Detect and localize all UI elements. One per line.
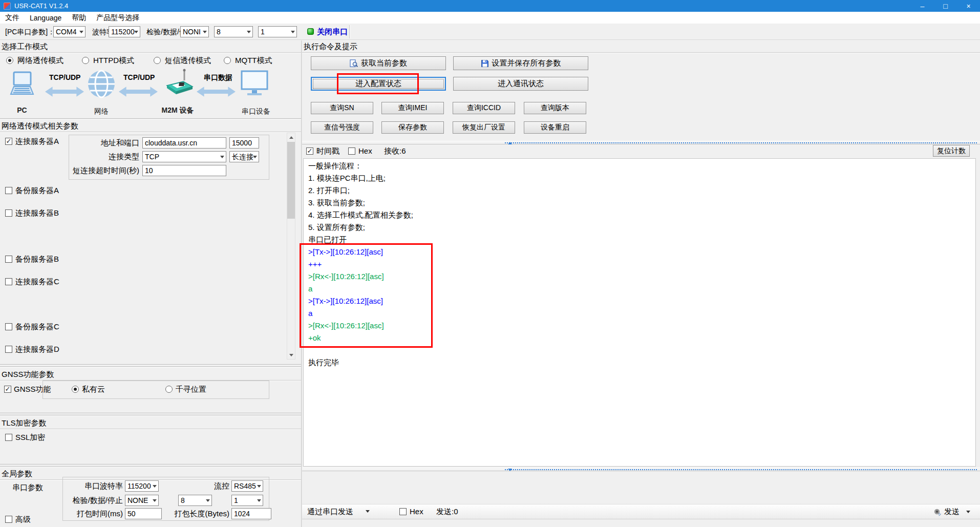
packlen-input[interactable]: 1024	[231, 508, 271, 519]
send-button[interactable]: 发送	[944, 507, 960, 517]
magnifier-doc-icon	[350, 59, 358, 68]
reset-count-button[interactable]: 复位计数	[933, 145, 970, 157]
timestamp-checkbox[interactable]: ✓	[306, 147, 313, 155]
timestamp-label: 时间戳	[316, 146, 339, 156]
link-label: TCP/UDP	[49, 73, 80, 81]
serial-databits-select[interactable]: 8	[178, 495, 212, 506]
set-save-params-button[interactable]: 设置并保存所有参数	[453, 56, 588, 70]
serial-parity-select[interactable]: NONE	[125, 495, 159, 506]
recv-hex-checkbox[interactable]: ✓	[348, 147, 355, 155]
close-button[interactable]: ×	[957, 0, 980, 12]
divider	[0, 364, 301, 365]
log-line: 4. 选择工作模式,配置相关参数;	[308, 210, 975, 223]
splitter-handle[interactable]	[302, 141, 980, 144]
work-mode-label[interactable]: MQTT模式	[235, 56, 272, 66]
gnss-option-label: 私有云	[82, 385, 105, 394]
get-params-button[interactable]: 获取当前参数	[311, 56, 446, 70]
net-params-title: 网络透传模式相关参数	[0, 120, 301, 132]
server-b-checkbox[interactable]: ✓	[5, 209, 12, 217]
work-mode-radio-mqtt[interactable]	[224, 57, 231, 64]
menu-item-file[interactable]: 文件	[0, 13, 25, 23]
scroll-down-button[interactable]	[287, 351, 295, 359]
server-d-checkbox[interactable]: ✓	[5, 346, 12, 353]
recv-count: 接收:6	[384, 146, 406, 156]
short-conn-timeout-input[interactable]: 10	[142, 165, 226, 176]
keepalive-select[interactable]: 长连接	[229, 151, 259, 162]
backup-server-b-checkbox[interactable]: ✓	[5, 256, 12, 263]
server-a-checkbox[interactable]: ✓	[5, 138, 12, 145]
databits-select[interactable]: 8	[214, 26, 253, 37]
query-iccid-button[interactable]: 查询ICCID	[453, 102, 515, 114]
menu-item-model-select[interactable]: 产品型号选择	[91, 13, 144, 23]
node-label: 网络	[86, 107, 117, 116]
chevron-down-icon	[134, 31, 138, 33]
server-port-input[interactable]: 15000	[229, 137, 259, 149]
advanced-checkbox[interactable]: ✓	[5, 516, 12, 523]
scroll-up-button[interactable]	[287, 133, 295, 141]
send-hex-label: Hex	[410, 507, 423, 516]
log-line-blank	[308, 346, 975, 358]
work-mode-label[interactable]: 短信透传模式	[165, 56, 211, 66]
ssl-label: SSL加密	[15, 433, 45, 442]
work-mode-radio-sms[interactable]	[154, 57, 161, 64]
topology-diagram: TCP/UDP TCP/UDP	[0, 67, 301, 118]
enter-comm-button[interactable]: 进入通讯状态	[453, 77, 588, 91]
ssl-checkbox[interactable]: ✓	[5, 434, 12, 441]
packtime-input[interactable]: 50	[125, 508, 162, 519]
baud-select[interactable]: 115200	[109, 26, 140, 37]
query-sn-button[interactable]: 查询SN	[311, 102, 373, 114]
chevron-down-icon[interactable]	[366, 510, 370, 513]
gnss-enable-checkbox[interactable]: ✓	[4, 386, 11, 393]
save-params-button[interactable]: 保存参数	[381, 121, 444, 134]
device-reboot-button[interactable]: 设备重启	[524, 121, 586, 134]
log-line: 5. 设置所有参数;	[308, 223, 975, 235]
backup-server-c-checkbox[interactable]: ✓	[5, 323, 12, 330]
maximize-button[interactable]: □	[934, 0, 957, 12]
work-mode-label[interactable]: HTTPD模式	[93, 56, 134, 66]
stopbits-select[interactable]: 1	[258, 26, 297, 37]
serial-baud-select[interactable]: 115200	[125, 480, 159, 492]
backup-server-a-checkbox[interactable]: ✓	[5, 187, 12, 194]
port-select[interactable]: COM4	[53, 26, 86, 37]
query-signal-button[interactable]: 查信号强度	[311, 121, 373, 134]
port-open-status-icon	[307, 28, 314, 35]
send-via-dropdown[interactable]: 通过串口发送	[307, 507, 353, 517]
log-line-rx: >[Rx<-][10:26:12][asc]	[308, 272, 975, 284]
titlebar: USR-CAT1 V1.2.4 – □ ×	[0, 0, 980, 12]
minimize-button[interactable]: –	[911, 0, 934, 12]
menu-item-help[interactable]: 帮助	[67, 13, 91, 23]
log-area[interactable]: 一般操作流程： 1. 模块连PC串口,上电; 2. 打开串口; 3. 获取当前参…	[303, 158, 976, 467]
menu-item-language[interactable]: Language	[25, 14, 67, 22]
log-line: 1. 模块连PC串口,上电;	[308, 174, 975, 186]
server-address-input[interactable]: clouddata.usr.cn	[142, 137, 226, 149]
send-options-chevron-icon[interactable]	[966, 511, 970, 513]
splitter-handle[interactable]	[302, 468, 980, 471]
server-c-checkbox[interactable]: ✓	[5, 278, 12, 285]
conn-type-select[interactable]: TCP	[142, 151, 226, 162]
collapse-down-icon[interactable]	[508, 469, 512, 471]
log-line-exec-done: 执行完毕	[308, 358, 975, 370]
work-mode-label[interactable]: 网络透传模式	[17, 56, 63, 66]
toolbar-separator	[349, 25, 350, 38]
query-version-button[interactable]: 查询版本	[524, 102, 586, 114]
params-scrollbar[interactable]	[287, 133, 295, 360]
work-mode-radio-httpd[interactable]	[82, 57, 89, 64]
factory-reset-button[interactable]: 恢复出厂设置	[453, 121, 515, 134]
enter-config-button[interactable]: 进入配置状态	[311, 77, 446, 91]
chevron-down-icon	[220, 156, 224, 158]
flow-select[interactable]: RS485	[231, 480, 263, 492]
serial-stopbits-select[interactable]: 1	[231, 495, 263, 506]
gnss-option-private-cloud[interactable]	[72, 386, 79, 393]
send-hex-checkbox[interactable]: ✓	[399, 508, 407, 515]
query-imei-button[interactable]: 查询IMEI	[381, 102, 444, 114]
gnss-option-qianxun[interactable]	[165, 386, 173, 393]
divider	[0, 366, 301, 367]
parity-select[interactable]: NONI	[180, 26, 209, 37]
node-label: 串口设备	[235, 107, 278, 116]
work-mode-radio-net-transparent[interactable]	[6, 57, 13, 64]
collapse-up-icon[interactable]	[508, 142, 512, 144]
chevron-down-icon	[257, 499, 261, 502]
scroll-thumb[interactable]	[287, 142, 295, 219]
chevron-down-icon	[206, 499, 210, 502]
close-port-button[interactable]: 关闭串口	[317, 27, 348, 37]
